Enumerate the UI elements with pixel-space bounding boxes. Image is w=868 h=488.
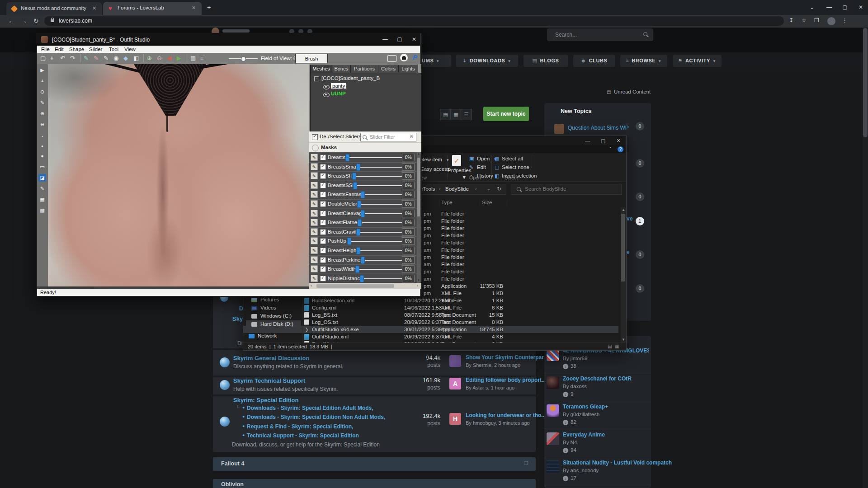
slider-thumb[interactable] — [361, 210, 365, 217]
column-divider[interactable] — [439, 199, 439, 206]
panty-mesh[interactable] — [134, 64, 206, 118]
select-tool-icon[interactable]: ▢ — [40, 55, 46, 62]
slider-checkbox[interactable] — [320, 257, 326, 263]
deselect-sliders-checkbox[interactable] — [312, 134, 318, 140]
nav-blogs[interactable]: ▤BLOGS — [524, 55, 568, 67]
maximize-button[interactable]: ▢ — [597, 137, 609, 144]
tab-meshes[interactable]: Meshes — [310, 65, 332, 73]
minimize-button[interactable]: — — [824, 3, 835, 12]
slider-checkbox[interactable] — [320, 173, 326, 179]
address-bar[interactable]: loverslab.com — [44, 16, 784, 26]
scrollbar-thumb[interactable] — [417, 158, 420, 216]
slider-value[interactable]: 0% — [402, 172, 415, 180]
mask-brush-icon[interactable]: ✎ — [84, 55, 89, 62]
slider-handle[interactable] — [241, 56, 246, 61]
section-title[interactable]: Skyrim: Special Edition — [233, 397, 299, 404]
slider-thumb[interactable] — [361, 257, 365, 264]
tab-bones[interactable]: Bones — [332, 65, 351, 73]
slider-track[interactable] — [363, 278, 403, 279]
slider-checkbox[interactable] — [320, 248, 326, 253]
edit-slider-icon[interactable]: ✎ — [311, 200, 318, 207]
close-tab-icon[interactable]: ✕ — [192, 5, 196, 11]
increase-icon[interactable]: ⊕ — [147, 55, 152, 62]
slider-scrollbar[interactable]: ▲ ▼ — [417, 152, 420, 283]
edit-slider-icon[interactable]: ✎ — [311, 256, 318, 263]
mesh-tool-icon[interactable]: ▦ — [38, 196, 46, 203]
open-button[interactable]: Open ▼ — [477, 156, 497, 161]
slider-thumb[interactable] — [356, 247, 360, 254]
mesh-item-uunp[interactable]: UUNP — [331, 91, 346, 96]
close-tab-icon[interactable]: ✕ — [92, 5, 96, 11]
menu-view[interactable]: View — [124, 47, 136, 52]
slider-checkbox[interactable] — [320, 220, 326, 225]
nav-browse[interactable]: ≡BROWSE▼ — [620, 55, 667, 67]
edit-slider-icon[interactable]: ✎ — [311, 172, 318, 179]
slider-track[interactable] — [358, 269, 403, 270]
tab-lights[interactable]: Lights — [398, 65, 418, 73]
visibility-eye-icon[interactable] — [323, 85, 330, 89]
nav-downloads[interactable]: ↧DOWNLOADS▼ — [456, 55, 518, 67]
section-title[interactable]: Skyrim Technical Support — [233, 377, 305, 384]
tab-partitions[interactable]: Partitions — [350, 65, 378, 73]
explorer-scrollbar[interactable]: ▲ ▼ — [621, 207, 626, 343]
latest-post-title[interactable]: Looking for underwear or tho... — [466, 412, 546, 418]
edit-slider-icon[interactable]: ✎ — [311, 163, 318, 170]
unread-content-link[interactable]: Unread Content — [614, 89, 651, 94]
smooth-brush-icon[interactable]: ◉ — [113, 55, 118, 62]
column-divider[interactable] — [480, 199, 480, 206]
vertex-view-icon[interactable]: ▦ — [190, 55, 196, 62]
topic-title-fragment[interactable]: ve — [627, 216, 632, 222]
topic-avatar[interactable] — [554, 124, 564, 134]
slider-value[interactable]: 0% — [402, 247, 415, 254]
file-avatar[interactable] — [547, 404, 559, 417]
scroll-up-icon[interactable]: ▲ — [417, 152, 420, 155]
file-avatar[interactable] — [547, 460, 559, 473]
topic-title[interactable]: Question About Sims WP — [568, 125, 629, 131]
slider-checkbox[interactable] — [320, 164, 326, 170]
navpane-item-videos[interactable]: Videos — [260, 305, 276, 310]
file-title[interactable]: Zooey Deschanel for COtR — [563, 375, 632, 382]
slider-value[interactable]: 0% — [402, 237, 415, 245]
file-row[interactable]: Log_BS.txt08/07/2022 9:58 pmText Documen… — [243, 311, 618, 319]
visibility-eye-icon[interactable] — [323, 93, 330, 97]
slider-hscrollbar[interactable]: ‹ › — [309, 283, 421, 289]
latest-post-avatar[interactable]: A — [449, 378, 461, 389]
brush-tool-icon[interactable]: ✎ — [38, 99, 46, 107]
slider-value[interactable]: 0% — [402, 210, 415, 217]
file-row[interactable]: OutfitStudio.xml20/09/2022 6:37 amXML Fi… — [243, 333, 618, 340]
bookmark-star-icon[interactable]: ☆ — [802, 17, 807, 23]
close-button[interactable]: ✕ — [612, 137, 625, 144]
section-sublink[interactable]: Request & Find - Skyrim: Special Edition… — [247, 423, 353, 430]
reload-icon[interactable]: ↻ — [33, 17, 39, 24]
back-icon[interactable]: ← — [8, 17, 14, 24]
navpane-item-network[interactable]: Network — [258, 333, 277, 338]
slider-track[interactable] — [356, 185, 403, 186]
view-details-icon[interactable]: ▤ — [608, 344, 612, 349]
file-title[interactable]: Situational Nudity - Lustful Void compat… — [563, 460, 672, 466]
start-new-topic-button[interactable]: Start new topic — [483, 107, 529, 121]
decrease-icon[interactable]: ⊖ — [157, 55, 162, 62]
new-item-button[interactable]: New item ▼ — [420, 157, 449, 162]
scrollbar-thumb[interactable] — [621, 214, 625, 282]
brush-settings-button[interactable]: Brush Settings — [295, 54, 328, 63]
file-avatar[interactable] — [547, 432, 559, 445]
slider-checkbox[interactable] — [320, 238, 326, 244]
breadcrumb[interactable]: eTools — [420, 186, 435, 192]
scroll-down-icon[interactable]: ▼ — [622, 338, 625, 342]
maximize-button[interactable]: ▢ — [394, 36, 406, 42]
edit-button[interactable]: Edit — [477, 164, 486, 170]
slider-value[interactable]: 0% — [402, 191, 415, 198]
slider-checkbox[interactable] — [320, 155, 326, 160]
new-tab-button[interactable]: + — [207, 3, 211, 11]
slider-track[interactable] — [363, 194, 403, 195]
slider-thumb[interactable] — [357, 201, 361, 208]
topic-title-fragment[interactable]: e — [627, 249, 630, 255]
latest-post-title[interactable]: Show Your Skyrim Counterpar... — [466, 354, 548, 361]
section-sublink[interactable]: Downloads - Skyrim: Special Edition Adul… — [247, 405, 373, 411]
close-button[interactable]: ✕ — [855, 3, 866, 12]
slider-thumb[interactable] — [361, 191, 365, 198]
deflate-tool-icon[interactable]: ⊖ — [38, 121, 46, 128]
viewport-3d[interactable] — [48, 64, 309, 286]
slider-track[interactable] — [360, 204, 403, 205]
menu-file[interactable]: File — [41, 47, 50, 52]
